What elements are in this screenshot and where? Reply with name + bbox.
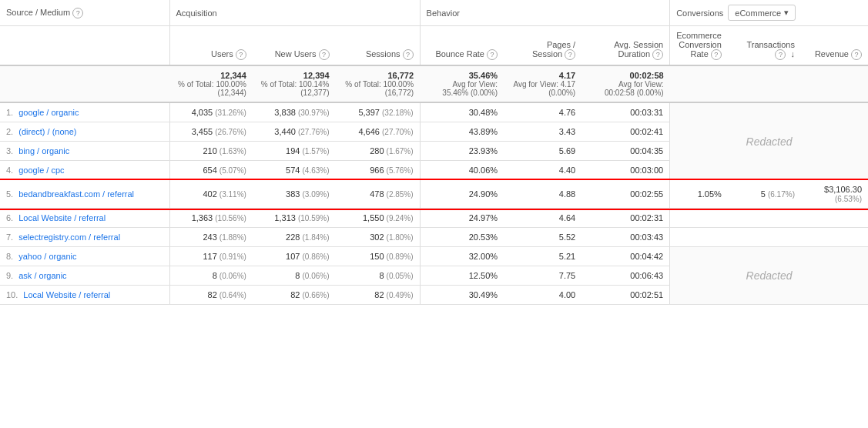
totals-users: 12,344 % of Total: 100.00% (12,344)	[169, 65, 253, 102]
sessions-cell: 150 (0.89%)	[336, 247, 421, 266]
totals-pages-session: 4.17 Avg for View: 4.17 (0.00%)	[504, 65, 581, 102]
totals-label	[0, 65, 169, 102]
pages-session-cell: 4.64	[504, 209, 581, 228]
transactions-help-icon[interactable]: ?	[775, 49, 786, 60]
col-bounce-rate: Bounce Rate ?	[420, 26, 504, 66]
bounce-rate-cell: 23.93%	[420, 142, 504, 161]
row-number: 5.	[6, 189, 13, 199]
totals-sessions: 16,772 % of Total: 100.00% (16,772)	[336, 65, 421, 102]
col-new-users-label: New Users	[275, 49, 317, 59]
row-number: 4.	[6, 166, 13, 175]
source-medium-header-cell: Source / Medium ?	[0, 0, 169, 26]
table-row: 8. yahoo / organic 117 (0.91%) 107 (0.86…	[0, 247, 868, 266]
chevron-down-icon: ▾	[784, 8, 789, 18]
totals-revenue	[801, 65, 868, 102]
pages-session-cell: 3.43	[504, 122, 581, 142]
source-link[interactable]: Local Website / referral	[23, 290, 110, 299]
pages-session-help-icon[interactable]: ?	[565, 49, 575, 60]
col-revenue-label: Revenue	[815, 49, 849, 59]
row-number: 9.	[6, 271, 13, 280]
source-medium-cell: 8. yahoo / organic	[0, 247, 169, 266]
source-link[interactable]: selectregistry.com / referral	[18, 232, 120, 242]
bounce-rate-cell: 24.90%	[420, 180, 504, 209]
ecommerce-dropdown[interactable]: eCommerce ▾	[728, 5, 796, 21]
source-link[interactable]: google / cpc	[18, 166, 64, 175]
new-users-cell: 3,838 (30.97%)	[253, 102, 336, 122]
source-link[interactable]: yahoo / organic	[18, 252, 76, 261]
avg-session-cell: 00:04:35	[581, 142, 669, 161]
source-link[interactable]: bedandbreakfast.com / referral	[18, 189, 134, 199]
sessions-cell: 280 (1.67%)	[336, 142, 421, 161]
acquisition-group-header: Acquisition	[169, 0, 420, 26]
col-users: Users ?	[169, 26, 253, 66]
row-number: 2.	[6, 127, 13, 136]
revenue-cell: $3,106.30 (6.53%)	[801, 180, 868, 209]
avg-session-help-icon[interactable]: ?	[652, 49, 663, 60]
pages-session-cell: 4.00	[504, 286, 581, 305]
row-number: 1.	[6, 108, 13, 117]
avg-session-cell: 00:02:31	[581, 209, 669, 228]
row-number: 10.	[6, 290, 18, 299]
source-link[interactable]: ask / organic	[18, 271, 66, 280]
sort-icon: ↓	[790, 49, 795, 59]
sessions-help-icon[interactable]: ?	[403, 49, 414, 60]
source-medium-cell: 2. (direct) / (none)	[0, 122, 169, 142]
source-link[interactable]: (direct) / (none)	[18, 127, 76, 136]
users-cell: 1,363 (10.56%)	[169, 209, 253, 228]
source-medium-cell: 5. bedandbreakfast.com / referral	[0, 180, 169, 209]
totals-avg-session: 00:02:58 Avg for View: 00:02:58 (0.00%)	[581, 65, 669, 102]
acquisition-label: Acquisition	[176, 8, 217, 18]
new-users-cell: 8 (0.06%)	[253, 266, 336, 286]
redacted-cell: Redacted	[670, 102, 868, 180]
bounce-rate-help-icon[interactable]: ?	[487, 49, 498, 60]
sessions-cell: 478 (2.85%)	[336, 180, 421, 209]
avg-session-cell: 00:02:41	[581, 122, 669, 142]
revenue-cell	[801, 209, 868, 228]
new-users-cell: 1,313 (10.59%)	[253, 209, 336, 228]
ecommerce-rate-cell	[670, 228, 728, 247]
col-new-users: New Users ?	[253, 26, 336, 66]
col-sessions: Sessions ?	[336, 26, 421, 66]
group-header-row: Source / Medium ? Acquisition Behavior C…	[0, 0, 868, 26]
source-link[interactable]: Local Website / referral	[18, 213, 106, 222]
conversions-group-header: Conversions eCommerce ▾	[670, 0, 868, 26]
behavior-label: Behavior	[427, 8, 460, 18]
col-pages-session: Pages /Session ?	[504, 26, 581, 66]
pages-session-cell: 4.40	[504, 161, 581, 180]
pages-session-cell: 4.88	[504, 180, 581, 209]
pages-session-cell: 5.21	[504, 247, 581, 266]
users-help-icon[interactable]: ?	[236, 49, 246, 60]
ecommerce-rate-cell: 1.05%	[670, 180, 728, 209]
col-sessions-label: Sessions	[366, 49, 400, 59]
source-link[interactable]: google / organic	[18, 108, 79, 117]
source-medium-header-label: Source / Medium	[6, 8, 70, 17]
table-row: 5. bedandbreakfast.com / referral 402 (3…	[0, 180, 868, 209]
new-users-cell: 574 (4.63%)	[253, 161, 336, 180]
avg-session-cell: 00:03:43	[581, 228, 669, 247]
col-revenue: Revenue ?	[801, 26, 868, 66]
new-users-help-icon[interactable]: ?	[319, 49, 330, 60]
source-medium-cell: 3. bing / organic	[0, 142, 169, 161]
ecommerce-rate-help-icon[interactable]: ?	[711, 49, 722, 60]
avg-session-cell: 00:03:31	[581, 102, 669, 122]
source-medium-help-icon[interactable]: ?	[72, 8, 83, 18]
bounce-rate-cell: 32.00%	[420, 247, 504, 266]
totals-new-users: 12,394 % of Total: 100.14% (12,377)	[253, 65, 336, 102]
table-body: 12,344 % of Total: 100.00% (12,344) 12,3…	[0, 65, 868, 305]
col-avg-session: Avg. Session Duration ?	[581, 26, 669, 66]
revenue-help-icon[interactable]: ?	[851, 49, 862, 60]
source-medium-cell: 7. selectregistry.com / referral	[0, 228, 169, 247]
avg-session-cell: 00:02:51	[581, 286, 669, 305]
sessions-cell: 82 (0.49%)	[336, 286, 421, 305]
col-source-medium	[0, 26, 169, 66]
pages-session-cell: 4.76	[504, 102, 581, 122]
row-number: 8.	[6, 252, 13, 261]
pages-session-cell: 5.69	[504, 142, 581, 161]
bounce-rate-cell: 43.89%	[420, 122, 504, 142]
table-row: 6. Local Website / referral 1,363 (10.56…	[0, 209, 868, 228]
revenue-cell	[801, 228, 868, 247]
sessions-cell: 302 (1.80%)	[336, 228, 421, 247]
sessions-cell: 4,646 (27.70%)	[336, 122, 421, 142]
source-link[interactable]: bing / organic	[18, 146, 69, 155]
row-number: 7.	[6, 232, 13, 242]
